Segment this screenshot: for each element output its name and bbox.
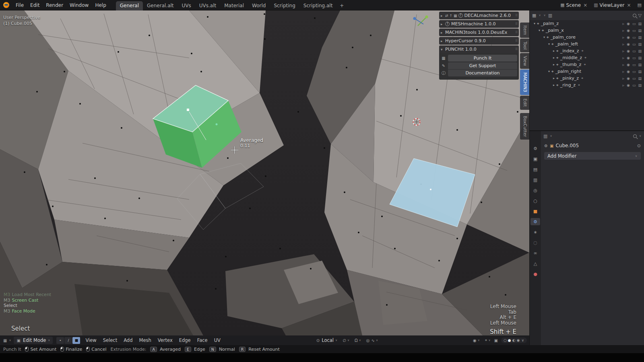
punch-it-button[interactable]: Punch It	[448, 55, 517, 62]
chevron-down-icon[interactable]: ∨	[639, 134, 642, 138]
help-icon[interactable]: ?	[458, 13, 463, 18]
transform-orientation-dropdown[interactable]: ⊙ Local ∨	[316, 337, 338, 343]
tab-scripting-alt[interactable]: Scripting.alt	[299, 1, 337, 10]
tab-scripting[interactable]: Scripting	[270, 1, 299, 10]
search-icon[interactable]	[633, 134, 637, 138]
select-toggle-icon[interactable]: ▹	[623, 76, 625, 80]
visibility-icon[interactable]: ◉	[472, 338, 477, 343]
select-toggle-icon[interactable]: ▹	[623, 42, 625, 46]
hide-toggle-icon[interactable]: ◉	[627, 83, 630, 87]
select-toggle-icon[interactable]: ▹	[623, 49, 625, 53]
outliner-row-palm-x[interactable]: ▾ ⌖ _palm_x ▹◉▭▤	[530, 27, 644, 34]
render-disable-icon[interactable]: ▤	[638, 83, 642, 87]
render-disable-icon[interactable]: ▤	[638, 42, 642, 46]
hide-toggle-icon[interactable]: ◉	[627, 76, 630, 80]
blender-logo-icon[interactable]	[3, 2, 9, 8]
gizmo-icon[interactable]: ⌖	[484, 338, 488, 343]
render-disable-icon[interactable]: ▤	[638, 22, 642, 26]
material-shading-icon[interactable]: ◐	[512, 338, 516, 342]
constraints-properties-tab[interactable]: ∞	[530, 249, 540, 257]
render-disable-icon[interactable]: ▤	[638, 63, 642, 67]
display-settings-icon[interactable]: ▤	[638, 2, 642, 8]
disclosure-caret-icon[interactable]: ▸	[551, 63, 556, 66]
panel-drag-handle[interactable]: ⠿	[515, 47, 517, 51]
hide-toggle-icon[interactable]: ◉	[627, 70, 630, 74]
outliner-row-palm-right[interactable]: ▾ ⌖ _palm_right ▹◉▭▤	[530, 68, 644, 75]
material-properties-tab[interactable]: ●	[530, 270, 540, 278]
pin-icon[interactable]: ⊙	[637, 143, 641, 148]
get-support-button[interactable]: Get Support	[448, 62, 517, 69]
outliner-row-thumb-z[interactable]: ▸ ⌖ _thumb_z ⌖ ▹◉▭▤	[530, 61, 644, 68]
menu-window[interactable]: Window	[66, 1, 92, 9]
world-properties-tab[interactable]: ○	[530, 197, 540, 204]
select-toggle-icon[interactable]: ▹	[623, 63, 625, 67]
display-mode-icon[interactable]: ▥	[548, 13, 552, 18]
outliner-row-middle-z[interactable]: ▸ ⌖ _middle_z ⌖ ▹◉▭▤	[530, 54, 644, 61]
menu-edit[interactable]: Edit	[27, 1, 43, 9]
disclosure-caret-icon[interactable]: ▸	[551, 76, 556, 80]
tab-material[interactable]: Material	[220, 1, 248, 10]
physics-properties-tab[interactable]: ◌	[530, 239, 540, 246]
tab-machin3[interactable]: MACHIN3	[520, 70, 529, 95]
disclosure-caret-icon[interactable]: ▸	[551, 49, 556, 53]
grid-icon[interactable]: ▦	[454, 14, 457, 18]
disclosure-caret-icon[interactable]: ▸	[551, 56, 556, 60]
menu-face[interactable]: Face	[194, 336, 211, 344]
snap-dropdown[interactable]: Ω ∨	[354, 338, 361, 343]
disclosure-caret-icon[interactable]: ▾	[547, 42, 551, 46]
select-toggle-icon[interactable]: ▹	[623, 22, 625, 26]
menu-view[interactable]: View	[83, 336, 99, 344]
search-icon[interactable]	[633, 14, 636, 17]
edge-select-button[interactable]: ∕	[64, 337, 72, 344]
render-properties-tab[interactable]: ▣	[530, 155, 540, 162]
hide-toggle-icon[interactable]: ◉	[627, 56, 630, 60]
outliner-row-palm-core[interactable]: ▾ ⌖ _palm_core ▹◉▭▤	[530, 34, 644, 41]
disclosure-caret-icon[interactable]: ▾	[547, 70, 551, 73]
panel-header-punchit[interactable]: ▾ PUNCHit 1.0.0 ⠿	[439, 45, 519, 53]
overlays-dropdown[interactable]: ⌖ ∨	[484, 338, 491, 343]
scene-properties-tab[interactable]: ◎	[530, 187, 540, 194]
hide-toggle-icon[interactable]: ◉	[627, 35, 630, 39]
vertex-select-button[interactable]: ∙	[56, 337, 64, 344]
outliner-row-ring-z[interactable]: ▸ ⌖ _ring_z ⌖ ▹◉▭▤	[530, 82, 644, 88]
render-disable-icon[interactable]: ▤	[638, 70, 642, 74]
viewlayer-properties-tab[interactable]: ▥	[530, 176, 540, 183]
tab-item[interactable]: Item	[520, 23, 529, 38]
viewport-3d[interactable]: User Perspective (1) Cube.005 Averaged 0…	[0, 10, 529, 345]
disclosure-caret-icon[interactable]: ▾	[542, 35, 547, 39]
hide-toggle-icon[interactable]: ◉	[627, 63, 630, 67]
tab-general-alt[interactable]: General.alt	[143, 1, 178, 10]
menu-select[interactable]: Select	[100, 336, 120, 344]
viewport-disable-icon[interactable]: ▭	[632, 83, 636, 87]
hide-toggle-icon[interactable]: ◉	[627, 29, 630, 33]
hide-toggle-icon[interactable]: ◉	[627, 42, 630, 46]
panel-header-machin3tools[interactable]: ▸ MACHIN3tools 1.0.0.DeusEx ⠿	[439, 29, 519, 36]
help-icon[interactable]: ?	[445, 22, 450, 26]
select-toggle-icon[interactable]: ▹	[623, 35, 625, 39]
proportional-edit-controls[interactable]: ◎ ∿ ∨	[365, 338, 378, 343]
particles-properties-tab[interactable]: ∗	[530, 228, 540, 236]
panel-drag-handle[interactable]: ⠿	[515, 14, 517, 17]
tab-general[interactable]: General	[116, 1, 143, 10]
output-properties-tab[interactable]: ▤	[530, 166, 540, 173]
viewport-disable-icon[interactable]: ▭	[632, 76, 636, 80]
panel-drag-handle[interactable]: ⠿	[515, 39, 517, 43]
wireframe-shading-icon[interactable]: ○	[504, 338, 507, 342]
menu-file[interactable]: File	[12, 1, 27, 9]
data-properties-tab[interactable]: △	[530, 260, 540, 267]
render-disable-icon[interactable]: ▤	[638, 76, 642, 80]
outliner-row-palm-z[interactable]: ▾ ⌖ _palm_z ▹◉▭▤	[530, 20, 644, 27]
menu-vertex[interactable]: Vertex	[155, 336, 175, 344]
show-gizmo-dropdown[interactable]: ◉ ∨	[472, 338, 480, 343]
chevron-down-icon[interactable]: ∨	[8, 339, 11, 342]
viewlayer-selector[interactable]: ▥ ViewLayer ×	[594, 2, 632, 8]
tool-properties-tab[interactable]: ⚙	[530, 145, 540, 152]
render-disable-icon[interactable]: ▤	[638, 56, 642, 60]
shuffle-icon[interactable]: ⇄	[445, 14, 448, 18]
modifier-properties-tab[interactable]: ⚙	[530, 218, 540, 225]
disclosure-caret-icon[interactable]: ▾	[537, 29, 542, 32]
editor-type-icon[interactable]: ▦	[532, 13, 536, 18]
select-toggle-icon[interactable]: ▹	[623, 83, 625, 87]
select-toggle-icon[interactable]: ▹	[623, 70, 625, 74]
tab-world[interactable]: World	[248, 1, 270, 10]
